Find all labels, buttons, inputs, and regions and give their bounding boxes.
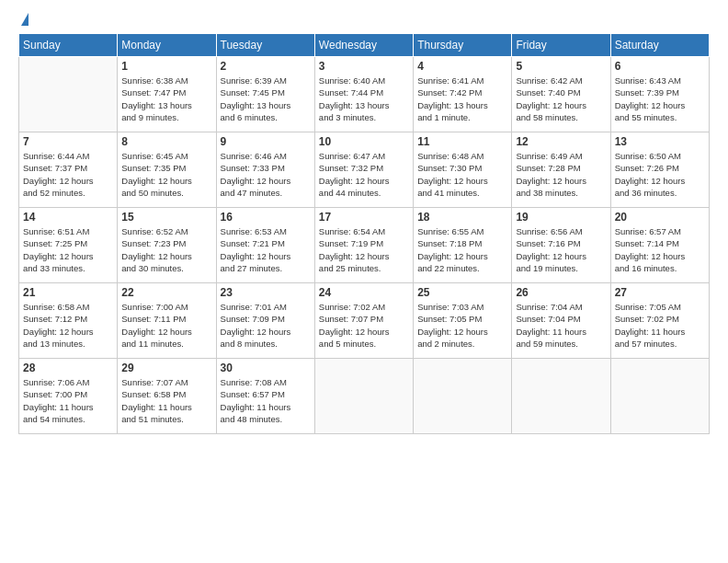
week-row-4: 21Sunrise: 6:58 AMSunset: 7:12 PMDayligh… (19, 283, 710, 359)
calendar-cell: 17Sunrise: 6:54 AMSunset: 7:19 PMDayligh… (314, 208, 413, 283)
day-number: 16 (221, 211, 311, 224)
day-info: Sunrise: 7:05 AMSunset: 7:02 PMDaylight:… (615, 301, 705, 350)
day-info: Sunrise: 7:07 AMSunset: 6:58 PMDaylight:… (121, 376, 211, 425)
calendar-cell (610, 359, 709, 434)
day-info: Sunrise: 6:55 AMSunset: 7:18 PMDaylight:… (417, 225, 507, 274)
weekday-saturday: Saturday (610, 34, 709, 57)
calendar-cell: 5Sunrise: 6:42 AMSunset: 7:40 PMDaylight… (512, 57, 610, 132)
calendar-cell: 11Sunrise: 6:48 AMSunset: 7:30 PMDayligh… (414, 132, 512, 208)
calendar-cell (314, 359, 413, 434)
weekday-header-row: SundayMondayTuesdayWednesdayThursdayFrid… (19, 34, 710, 57)
calendar-cell: 29Sunrise: 7:07 AMSunset: 6:58 PMDayligh… (118, 359, 216, 434)
day-info: Sunrise: 6:48 AMSunset: 7:30 PMDaylight:… (417, 150, 507, 199)
week-row-1: 1Sunrise: 6:38 AMSunset: 7:47 PMDaylight… (19, 57, 710, 132)
calendar-cell (512, 359, 610, 434)
calendar-cell: 12Sunrise: 6:49 AMSunset: 7:28 PMDayligh… (512, 132, 610, 208)
day-info: Sunrise: 6:43 AMSunset: 7:39 PMDaylight:… (615, 75, 705, 123)
day-number: 24 (319, 286, 409, 299)
week-row-3: 14Sunrise: 6:51 AMSunset: 7:25 PMDayligh… (19, 208, 710, 283)
day-number: 28 (23, 362, 113, 374)
day-info: Sunrise: 7:08 AMSunset: 6:57 PMDaylight:… (221, 376, 311, 425)
day-number: 21 (23, 286, 113, 299)
day-number: 22 (121, 286, 211, 299)
day-info: Sunrise: 7:06 AMSunset: 7:00 PMDaylight:… (23, 376, 113, 425)
weekday-friday: Friday (512, 34, 610, 57)
week-row-5: 28Sunrise: 7:06 AMSunset: 7:00 PMDayligh… (19, 359, 710, 434)
day-number: 8 (121, 135, 211, 148)
day-info: Sunrise: 6:54 AMSunset: 7:19 PMDaylight:… (319, 225, 409, 274)
day-number: 27 (615, 286, 705, 299)
weekday-thursday: Thursday (414, 34, 512, 57)
calendar-cell (414, 359, 512, 434)
header (18, 15, 710, 26)
day-number: 4 (417, 60, 507, 73)
day-info: Sunrise: 6:53 AMSunset: 7:21 PMDaylight:… (221, 225, 311, 274)
logo-triangle-icon (21, 13, 28, 26)
calendar-cell: 1Sunrise: 6:38 AMSunset: 7:47 PMDaylight… (118, 57, 216, 132)
calendar-cell: 4Sunrise: 6:41 AMSunset: 7:42 PMDaylight… (414, 57, 512, 132)
day-info: Sunrise: 7:02 AMSunset: 7:07 PMDaylight:… (319, 301, 409, 350)
day-info: Sunrise: 6:40 AMSunset: 7:44 PMDaylight:… (319, 75, 409, 123)
day-number: 26 (516, 286, 606, 299)
calendar-cell: 25Sunrise: 7:03 AMSunset: 7:05 PMDayligh… (414, 283, 512, 359)
calendar-cell: 27Sunrise: 7:05 AMSunset: 7:02 PMDayligh… (610, 283, 709, 359)
calendar-cell: 14Sunrise: 6:51 AMSunset: 7:25 PMDayligh… (19, 208, 118, 283)
day-number: 25 (417, 286, 507, 299)
calendar-cell: 24Sunrise: 7:02 AMSunset: 7:07 PMDayligh… (314, 283, 413, 359)
weekday-wednesday: Wednesday (314, 34, 413, 57)
day-number: 1 (121, 60, 211, 73)
day-info: Sunrise: 6:46 AMSunset: 7:33 PMDaylight:… (221, 150, 311, 199)
day-info: Sunrise: 6:45 AMSunset: 7:35 PMDaylight:… (121, 150, 211, 199)
day-number: 7 (23, 135, 113, 148)
calendar-cell: 22Sunrise: 7:00 AMSunset: 7:11 PMDayligh… (118, 283, 216, 359)
day-number: 9 (221, 135, 311, 148)
day-number: 14 (23, 211, 113, 224)
day-number: 19 (516, 211, 606, 224)
calendar-cell: 10Sunrise: 6:47 AMSunset: 7:32 PMDayligh… (314, 132, 413, 208)
calendar-cell: 8Sunrise: 6:45 AMSunset: 7:35 PMDaylight… (118, 132, 216, 208)
day-info: Sunrise: 6:49 AMSunset: 7:28 PMDaylight:… (516, 150, 606, 199)
calendar-cell: 7Sunrise: 6:44 AMSunset: 7:37 PMDaylight… (19, 132, 118, 208)
day-info: Sunrise: 6:41 AMSunset: 7:42 PMDaylight:… (417, 75, 507, 123)
weekday-sunday: Sunday (19, 34, 118, 57)
calendar-cell: 3Sunrise: 6:40 AMSunset: 7:44 PMDaylight… (314, 57, 413, 132)
weekday-tuesday: Tuesday (216, 34, 314, 57)
day-number: 6 (615, 60, 705, 73)
day-info: Sunrise: 6:56 AMSunset: 7:16 PMDaylight:… (516, 225, 606, 274)
calendar-cell: 6Sunrise: 6:43 AMSunset: 7:39 PMDaylight… (610, 57, 709, 132)
day-info: Sunrise: 6:47 AMSunset: 7:32 PMDaylight:… (319, 150, 409, 199)
calendar-cell: 30Sunrise: 7:08 AMSunset: 6:57 PMDayligh… (216, 359, 314, 434)
day-number: 20 (615, 211, 705, 224)
calendar-cell: 2Sunrise: 6:39 AMSunset: 7:45 PMDaylight… (216, 57, 314, 132)
calendar-cell: 23Sunrise: 7:01 AMSunset: 7:09 PMDayligh… (216, 283, 314, 359)
weekday-monday: Monday (118, 34, 216, 57)
day-info: Sunrise: 6:58 AMSunset: 7:12 PMDaylight:… (23, 301, 113, 350)
day-number: 18 (417, 211, 507, 224)
day-number: 12 (516, 135, 606, 148)
day-info: Sunrise: 6:57 AMSunset: 7:14 PMDaylight:… (615, 225, 705, 274)
calendar-cell: 13Sunrise: 6:50 AMSunset: 7:26 PMDayligh… (610, 132, 709, 208)
calendar-cell: 26Sunrise: 7:04 AMSunset: 7:04 PMDayligh… (512, 283, 610, 359)
calendar-cell (19, 57, 118, 132)
day-number: 29 (121, 362, 211, 374)
day-info: Sunrise: 6:52 AMSunset: 7:23 PMDaylight:… (121, 225, 211, 274)
day-info: Sunrise: 6:42 AMSunset: 7:40 PMDaylight:… (516, 75, 606, 123)
day-number: 10 (319, 135, 409, 148)
calendar-cell: 19Sunrise: 6:56 AMSunset: 7:16 PMDayligh… (512, 208, 610, 283)
week-row-2: 7Sunrise: 6:44 AMSunset: 7:37 PMDaylight… (19, 132, 710, 208)
logo (18, 15, 28, 26)
day-number: 5 (516, 60, 606, 73)
day-info: Sunrise: 6:51 AMSunset: 7:25 PMDaylight:… (23, 225, 113, 274)
day-number: 11 (417, 135, 507, 148)
calendar-cell: 9Sunrise: 6:46 AMSunset: 7:33 PMDaylight… (216, 132, 314, 208)
calendar-cell: 16Sunrise: 6:53 AMSunset: 7:21 PMDayligh… (216, 208, 314, 283)
day-number: 23 (221, 286, 311, 299)
day-info: Sunrise: 6:44 AMSunset: 7:37 PMDaylight:… (23, 150, 113, 199)
day-info: Sunrise: 7:01 AMSunset: 7:09 PMDaylight:… (221, 301, 311, 350)
calendar-cell: 28Sunrise: 7:06 AMSunset: 7:00 PMDayligh… (19, 359, 118, 434)
day-number: 17 (319, 211, 409, 224)
page: SundayMondayTuesdayWednesdayThursdayFrid… (0, 0, 728, 563)
calendar-table: SundayMondayTuesdayWednesdayThursdayFrid… (18, 33, 710, 434)
calendar-cell: 18Sunrise: 6:55 AMSunset: 7:18 PMDayligh… (414, 208, 512, 283)
day-number: 13 (615, 135, 705, 148)
